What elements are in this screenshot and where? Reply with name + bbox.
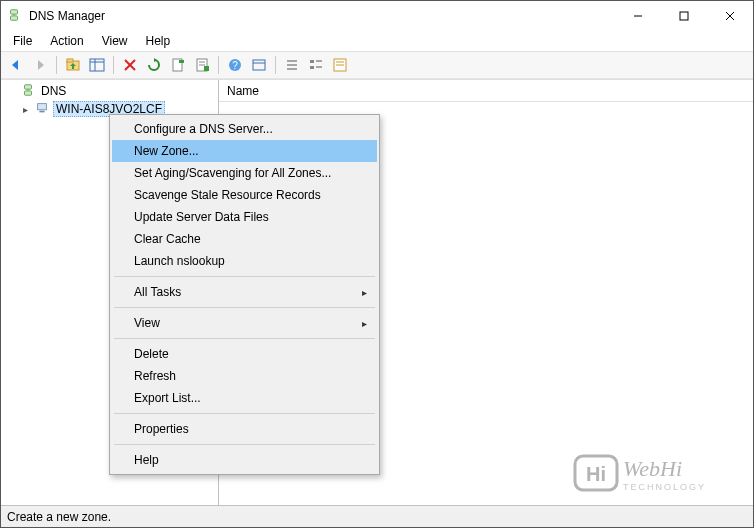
toolbar-separator (218, 56, 219, 74)
cm-set-aging[interactable]: Set Aging/Scavenging for All Zones... (112, 162, 377, 184)
cm-view[interactable]: View ▸ (112, 312, 377, 334)
refresh-button[interactable] (143, 54, 165, 76)
help-button[interactable]: ? (224, 54, 246, 76)
window-title: DNS Manager (29, 9, 615, 23)
menubar: File Action View Help (1, 31, 753, 51)
svg-text:?: ? (232, 60, 238, 71)
up-button[interactable] (62, 54, 84, 76)
delete-button[interactable] (119, 54, 141, 76)
statusbar: Create a new zone. (1, 505, 753, 527)
status-text: Create a new zone. (7, 510, 111, 524)
cm-delete[interactable]: Delete (112, 343, 377, 365)
forward-button[interactable] (29, 54, 51, 76)
submenu-arrow-icon: ▸ (362, 318, 367, 329)
toolbar: ? (1, 51, 753, 79)
dns-root-icon (21, 83, 35, 100)
context-menu-separator (114, 338, 375, 339)
toolbar-separator (56, 56, 57, 74)
filter-button[interactable] (329, 54, 351, 76)
svg-rect-8 (67, 59, 73, 62)
svg-rect-34 (25, 90, 32, 94)
properties-button[interactable] (191, 54, 213, 76)
tree-root-label: DNS (39, 84, 68, 98)
cm-all-tasks[interactable]: All Tasks ▸ (112, 281, 377, 303)
show-hide-tree-button[interactable] (86, 54, 108, 76)
cm-export-list[interactable]: Export List... (112, 387, 377, 409)
cm-configure-dns-server[interactable]: Configure a DNS Server... (112, 118, 377, 140)
svg-rect-1 (11, 16, 18, 20)
maximize-button[interactable] (661, 1, 707, 31)
cm-view-label: View (134, 316, 160, 330)
toolbar-separator (113, 56, 114, 74)
menu-file[interactable]: File (5, 32, 40, 50)
svg-rect-37 (39, 110, 44, 112)
svg-rect-9 (90, 59, 104, 71)
cm-all-tasks-label: All Tasks (134, 285, 181, 299)
dns-app-icon (7, 8, 23, 24)
toolbar-separator (275, 56, 276, 74)
list-view-button[interactable] (281, 54, 303, 76)
context-menu-separator (114, 413, 375, 414)
cm-refresh[interactable]: Refresh (112, 365, 377, 387)
cm-new-zone[interactable]: New Zone... (112, 140, 377, 162)
titlebar: DNS Manager (1, 1, 753, 31)
dns-manager-window: DNS Manager File Action View Help (0, 0, 754, 528)
back-button[interactable] (5, 54, 27, 76)
close-button[interactable] (707, 1, 753, 31)
svg-rect-26 (310, 60, 314, 63)
menu-action[interactable]: Action (42, 32, 91, 50)
menu-help[interactable]: Help (138, 32, 179, 50)
cm-launch-nslookup[interactable]: Launch nslookup (112, 250, 377, 272)
detail-view-button[interactable] (305, 54, 327, 76)
server-icon (35, 101, 49, 118)
context-menu-separator (114, 276, 375, 277)
new-window-button[interactable] (248, 54, 270, 76)
context-menu: Configure a DNS Server... New Zone... Se… (109, 114, 380, 475)
svg-rect-21 (253, 60, 265, 70)
list-column-header[interactable]: Name (219, 80, 753, 102)
svg-rect-27 (310, 66, 314, 69)
expander-icon[interactable]: ▸ (19, 104, 31, 115)
cm-update-server-data[interactable]: Update Server Data Files (112, 206, 377, 228)
submenu-arrow-icon: ▸ (362, 287, 367, 298)
window-controls (615, 1, 753, 31)
cm-clear-cache[interactable]: Clear Cache (112, 228, 377, 250)
cm-help[interactable]: Help (112, 449, 377, 471)
svg-rect-36 (38, 103, 47, 109)
svg-rect-4 (680, 12, 688, 20)
svg-rect-33 (25, 84, 32, 88)
cm-scavenge[interactable]: Scavenge Stale Resource Records (112, 184, 377, 206)
menu-view[interactable]: View (94, 32, 136, 50)
minimize-button[interactable] (615, 1, 661, 31)
context-menu-separator (114, 444, 375, 445)
cm-properties[interactable]: Properties (112, 418, 377, 440)
svg-rect-18 (204, 66, 209, 71)
tree-root-dns[interactable]: DNS (5, 82, 218, 100)
svg-rect-0 (11, 10, 18, 14)
context-menu-separator (114, 307, 375, 308)
export-button[interactable] (167, 54, 189, 76)
